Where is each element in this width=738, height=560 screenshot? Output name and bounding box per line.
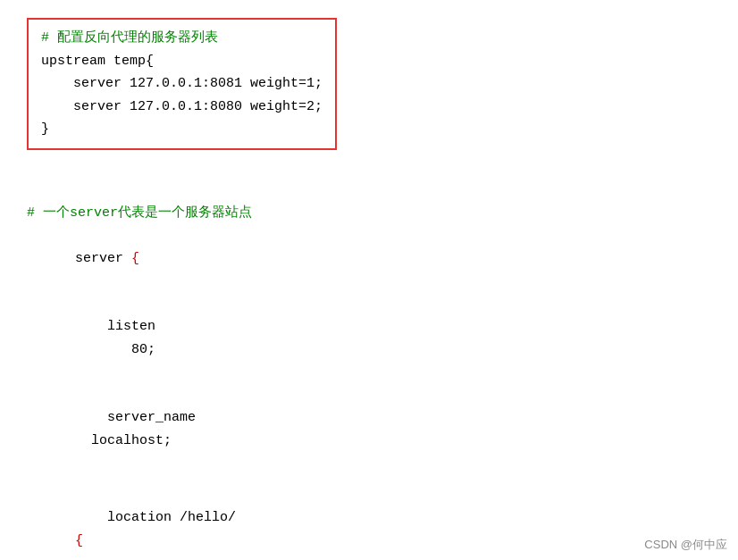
upstream-close-brace: } (41, 118, 323, 141)
comment-line-2: # 一个server代表是一个服务器站点 (27, 202, 711, 225)
server-name-value: localhost; (75, 433, 172, 448)
listen-line: listen 80; (27, 293, 711, 384)
server-name-line: server_name localhost; (27, 384, 711, 475)
server-keyword: server (75, 251, 131, 266)
location1-open-brace: { (75, 533, 83, 548)
server-block: # 一个server代表是一个服务器站点 server { listen 80;… (27, 202, 711, 561)
location1-open-line: location /hello/ { (27, 484, 711, 561)
upstream-block: # 配置反向代理的服务器列表 upstream temp{ server 127… (27, 18, 337, 150)
listen-label: listen (75, 319, 155, 334)
upstream-line2: server 127.0.0.1:8081 weight=1; (41, 72, 323, 96)
upstream-line3: server 127.0.0.1:8080 weight=2; (41, 96, 323, 119)
upstream-line1: upstream temp{ (41, 50, 323, 73)
gap1 (27, 177, 711, 202)
comment-line-1: # 配置反向代理的服务器列表 (41, 27, 323, 50)
location1-pre: location /hello/ (75, 510, 244, 525)
server-open-brace: { (131, 251, 139, 266)
gap2 (27, 475, 711, 484)
watermark: CSDN @何中应 (644, 537, 727, 553)
code-container: # 配置反向代理的服务器列表 upstream temp{ server 127… (0, 0, 738, 560)
server-open-line: server { (27, 224, 711, 293)
listen-value: 80; (75, 342, 155, 357)
server-name-label: server_name (75, 410, 196, 425)
